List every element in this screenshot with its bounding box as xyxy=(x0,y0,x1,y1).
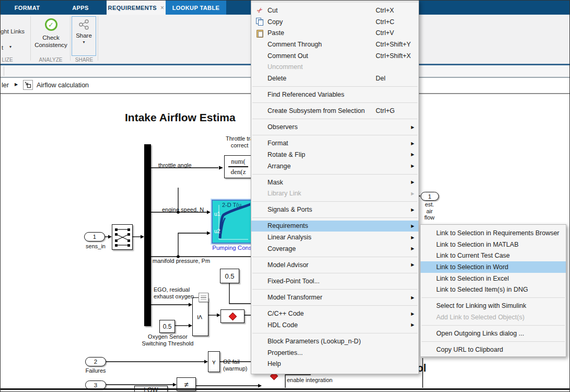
menu-item-label: Create Subsystem from Selection xyxy=(267,107,365,114)
breadcrumb-parent-clipped[interactable]: ler xyxy=(2,82,9,89)
close-tab-icon[interactable]: × xyxy=(160,4,164,11)
menu-item-shortcut: Ctrl+Shift+Y xyxy=(376,41,411,48)
menu-item-model-advisor[interactable]: Model Advisor▶ xyxy=(251,259,418,271)
context-menu: ✂CutCtrl+XCopyCtrl+CPasteCtrl+VComment T… xyxy=(251,1,419,374)
inport-sens-in[interactable]: 1 xyxy=(84,232,105,241)
leq-glyph: ≤ xyxy=(196,315,205,319)
menu-item-block-parameters-lookup-n-d[interactable]: Block Parameters (Lookup_n-D) xyxy=(251,336,418,347)
constant-block-oxygen-threshold[interactable]: 0.5 xyxy=(159,320,175,333)
menu-item-linear-analysis[interactable]: Linear Analysis▶ xyxy=(251,232,418,243)
menu-item-copy-url-to-clipboard[interactable]: Copy URL to Clipboard xyxy=(421,344,566,355)
selector-block[interactable] xyxy=(112,224,133,250)
inport-failures[interactable]: 2 xyxy=(85,357,106,366)
breadcrumb-current[interactable]: Airflow calculation xyxy=(37,82,89,89)
paste-icon xyxy=(254,29,265,37)
menu-item-label: Arrange xyxy=(267,163,290,170)
tab-apps[interactable]: APPS xyxy=(63,1,98,15)
submenu-arrow-icon: ▶ xyxy=(411,224,414,228)
menu-item-link-to-current-test-case[interactable]: Link to Current Test Case xyxy=(421,250,566,261)
requirement-linked-block[interactable] xyxy=(220,309,245,323)
menu-item-create-subsystem-from-selection[interactable]: Create Subsystem from SelectionCtrl+G xyxy=(251,105,418,117)
menu-item-label: Link to Selection in Requirements Browse… xyxy=(436,229,560,237)
relational-operator-block[interactable]: ≤ xyxy=(192,297,208,336)
diagram-label: exhaust oxygen xyxy=(154,293,194,299)
submenu-arrow-icon: ▶ xyxy=(411,246,414,251)
constant-block-a[interactable]: 0.5 xyxy=(220,269,239,283)
menu-item-coverage[interactable]: Coverage▶ xyxy=(251,243,418,255)
menu-item-open-outgoing-links-dialog[interactable]: Open Outgoing Links dialog ... xyxy=(421,328,566,339)
menu-item-arrange[interactable]: Arrange▶ xyxy=(251,160,418,172)
menu-item-label: Copy URL to Clipboard xyxy=(436,346,503,353)
menu-item-link-to-selection-in-excel[interactable]: Link to Selection in Excel xyxy=(421,273,566,284)
diagram-label: (warmup) xyxy=(223,365,247,372)
check-circle-icon: ✓ xyxy=(45,18,57,31)
menu-item-label: Copy xyxy=(267,18,283,26)
tf-numerator: num( xyxy=(231,157,245,166)
outport-est-air-flow[interactable]: 1 xyxy=(421,192,439,201)
check-consistency-button[interactable]: ✓ Check Consistency xyxy=(32,16,70,49)
menu-item-observers[interactable]: Observers▶ xyxy=(251,121,418,133)
demux-bar-block[interactable] xyxy=(144,144,151,326)
menu-item-copy[interactable]: CopyCtrl+C xyxy=(251,16,418,28)
menu-item-shortcut: Ctrl+G xyxy=(376,107,394,114)
menu-item-select-for-linking-with-simulink[interactable]: Select for Linking with Simulink xyxy=(421,301,566,312)
requirements-submenu: Link to Selection in Requirements Browse… xyxy=(420,224,566,357)
group-divider xyxy=(70,16,71,61)
tab-requirements[interactable]: REQUIREMENTS × xyxy=(107,1,166,15)
submenu-arrow-icon: ▶ xyxy=(411,235,414,240)
menu-item-rotate-flip[interactable]: Rotate & Flip▶ xyxy=(251,149,418,160)
menu-item-comment-through[interactable]: Comment ThroughCtrl+Shift+Y xyxy=(251,39,418,50)
menu-item-format[interactable]: Format▶ xyxy=(251,137,418,149)
menu-item-fixed-point-tool[interactable]: Fixed-Point Tool... xyxy=(251,275,418,287)
menu-item-label: Comment Out xyxy=(267,52,308,60)
transfer-fcn-block[interactable]: num( den(z xyxy=(224,155,252,178)
tab-lookup-table[interactable]: LOOKUP TABLE xyxy=(166,1,226,15)
group-divider xyxy=(98,16,98,61)
menu-item-requirements[interactable]: Requirements▶ xyxy=(251,221,418,232)
menu-item-properties[interactable]: Properties... xyxy=(251,347,418,359)
tab-format[interactable]: FORMAT xyxy=(4,1,51,15)
menu-item-uncomment: Uncomment xyxy=(251,61,418,73)
menu-item-link-to-selection-in-matlab[interactable]: Link to Selection in MATLAB xyxy=(421,239,566,250)
share-button[interactable]: Share ▾ xyxy=(72,16,96,56)
menu-item-delete[interactable]: DeleteDel xyxy=(251,73,418,84)
diagram-label: EGO, residual xyxy=(154,286,190,293)
diagram-title: Intake Airflow Estima xyxy=(125,111,236,124)
menu-item-add-link-to-selected-object-s: Add Link to Selected Object(s) xyxy=(421,312,566,323)
menu-item-label: Fixed-Point Tool... xyxy=(267,278,320,285)
clipped-dropdown-button[interactable]: t xyxy=(2,44,3,51)
menu-separator xyxy=(252,86,417,87)
simulink-window: FORMAT APPS REQUIREMENTS × LOOKUP TABLE … xyxy=(0,0,570,392)
menu-item-mask[interactable]: Mask▶ xyxy=(251,177,418,188)
menu-item-label: HDL Code xyxy=(267,321,298,329)
highlight-links-button[interactable]: ght Links xyxy=(1,28,25,34)
menu-separator xyxy=(252,217,417,218)
menu-item-comment-out[interactable]: Comment OutCtrl+Shift+X xyxy=(251,50,418,62)
menu-item-library-link: Library Link▶ xyxy=(251,188,418,200)
diagram-label: Oxygen Sensor xyxy=(135,333,200,340)
menu-item-c-c-code[interactable]: C/C++ Code▶ xyxy=(251,308,418,319)
menu-item-label: Coverage xyxy=(267,245,296,252)
menu-item-label: Block Parameters (Lookup_n-D) xyxy=(267,338,361,345)
menu-item-paste[interactable]: PasteCtrl+V xyxy=(251,27,418,39)
menu-item-cut[interactable]: ✂CutCtrl+X xyxy=(251,5,418,16)
o2-fail-warmup-block[interactable]: ʏ xyxy=(208,351,220,372)
subsystem-icon xyxy=(23,80,33,90)
menu-item-link-to-selected-item-s-in-dng[interactable]: Link to Selected Item(s) in DNG xyxy=(421,284,566,295)
menu-item-label: Delete xyxy=(267,75,286,82)
menu-separator xyxy=(252,333,417,333)
menu-item-hdl-code[interactable]: HDL Code▶ xyxy=(251,319,418,331)
menu-item-shortcut: Ctrl+C xyxy=(376,18,394,26)
lookup-table-2d-block[interactable]: 2-D T(u u1 u2 xyxy=(212,200,252,244)
group-label-visualize: LIZE xyxy=(1,57,14,63)
menu-item-model-transformer[interactable]: Model Transformer▶ xyxy=(251,292,418,303)
menu-item-link-to-selection-in-requirements-browser[interactable]: Link to Selection in Requirements Browse… xyxy=(421,227,566,239)
menu-item-label: Link to Selected Item(s) in DNG xyxy=(436,286,528,293)
menu-item-help[interactable]: Help xyxy=(251,358,418,370)
menu-item-signals-ports[interactable]: Signals & Ports▶ xyxy=(251,204,418,216)
submenu-arrow-icon: ▶ xyxy=(411,191,414,196)
menu-item-find-referenced-variables[interactable]: Find Referenced Variables xyxy=(251,89,418,100)
menu-item-link-to-selection-in-word[interactable]: Link to Selection in Word xyxy=(421,261,566,273)
annotation-doc-icon[interactable] xyxy=(199,293,208,302)
menu-item-label: Paste xyxy=(267,29,284,37)
